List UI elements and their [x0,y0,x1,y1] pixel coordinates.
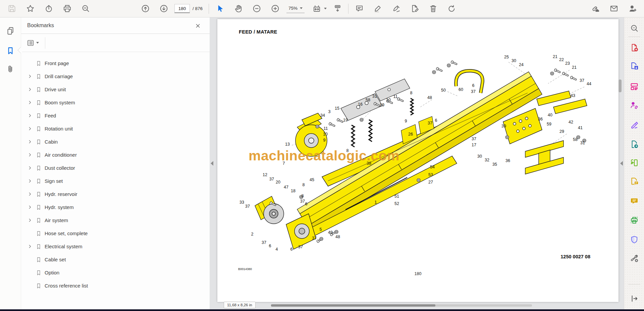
horizontal-scrollbar-thumb[interactable] [271,304,435,307]
chevron-down-icon[interactable] [324,8,327,9]
chevron-right-icon[interactable] [26,217,34,224]
search-button[interactable] [79,3,92,15]
part-number-label: 59 [547,122,551,126]
collapse-right-panel-arrow[interactable] [620,161,623,166]
part-number-label: 30 [512,58,516,63]
edit-page-button[interactable] [409,3,421,15]
find-tools-button[interactable] [629,23,640,34]
star-button[interactable] [24,3,36,15]
page-thumbnails-button[interactable] [4,25,16,37]
bookmark-item[interactable]: Dust collector [21,161,210,174]
chevron-right-icon[interactable] [26,243,34,250]
select-tool-button[interactable] [214,3,226,15]
bookmarks-panel-button[interactable] [4,45,16,57]
bookmark-item[interactable]: Electrical system [21,240,210,253]
zoom-in-button[interactable] [269,3,281,15]
part-number-label: 34 [320,113,325,118]
part-number-label: 6 [435,118,437,123]
more-tools-button[interactable] [629,253,640,264]
comment-tool-button[interactable] [353,3,365,15]
previous-page-button[interactable] [139,3,151,15]
highlight-tool-button[interactable] [372,3,384,15]
document-viewport[interactable]: FEED / MATARE machinecatalogic.com 25302… [210,17,624,309]
protect-button[interactable] [629,234,640,245]
part-number-label: 18 [291,189,296,193]
chevron-right-icon[interactable] [26,86,34,93]
expand-panel-icon [630,294,639,303]
bookmark-item[interactable]: Front page [21,57,210,70]
chevron-right-icon[interactable] [26,177,34,185]
sign-tool-button[interactable] [390,3,402,15]
bookmark-item[interactable]: Hydr. system [21,201,210,214]
chevron-right-icon[interactable] [26,204,34,211]
comments-button[interactable] [629,196,640,206]
vertical-scrollbar-thumb[interactable] [619,80,622,92]
bookmark-item[interactable]: Drill carriage [21,70,210,83]
bookmark-item[interactable]: Sign set [21,174,210,188]
bookmark-item[interactable]: Air system [21,214,210,227]
chevron-right-icon[interactable] [26,125,34,133]
hand-tool-button[interactable] [232,3,244,15]
part-number-label: 7 [283,161,285,166]
save-icon [7,4,16,13]
next-page-button[interactable] [158,3,170,15]
edit-pdf-button[interactable] [629,81,640,92]
bookmark-item[interactable]: Option [21,266,210,279]
upload-button[interactable] [43,3,55,15]
share-link-button[interactable] [589,3,601,15]
email-button[interactable] [608,3,620,15]
bookmark-item[interactable]: Cabin [21,135,210,148]
bookmark-item[interactable]: Hydr. reservoir [21,188,210,201]
bookmark-item[interactable]: Air conditioner [21,148,210,161]
part-number-label: 19 [343,118,348,122]
page-comment-button[interactable] [629,176,640,187]
send-pdf-button[interactable] [629,139,640,150]
bookmark-flag-icon [35,125,42,133]
export-pdf-button[interactable] [629,61,640,71]
page-number-input[interactable]: 180 [174,4,190,13]
close-icon [195,22,201,29]
bookmark-item[interactable]: Cross reference list [21,279,210,292]
bookmark-item[interactable]: Drive unit [21,83,210,96]
bookmark-item[interactable]: Feed [21,109,210,122]
part-number-label: 4 [276,247,278,252]
zoom-level-dropdown[interactable]: 75% [286,4,305,13]
bookmark-item[interactable]: Cable set [21,253,210,266]
part-number-label: 36 [505,158,510,163]
bookmark-options-button[interactable] [25,38,40,48]
bookmark-item[interactable]: Boom system [21,96,210,109]
request-signatures-button[interactable] [629,100,640,110]
attachments-button[interactable] [4,63,16,75]
expand-panel-button[interactable] [629,293,640,304]
edit-pdf-icon [630,82,639,91]
chevron-right-icon[interactable] [26,164,34,172]
chevron-right-icon[interactable] [26,73,34,80]
bookmark-item[interactable]: Rotation unit [21,122,210,135]
part-number-label: 8 [303,183,305,187]
part-number-label: 48 [427,95,432,100]
delete-page-button[interactable] [427,3,439,15]
bookmark-label: Rotation unit [45,126,73,132]
star-icon [26,4,35,13]
create-pdf-button[interactable] [629,42,640,53]
refresh-button[interactable] [445,3,458,15]
print-production-button[interactable] [629,215,640,225]
close-panel-button[interactable] [194,21,202,30]
collapse-left-panel-arrow[interactable] [211,161,213,166]
chevron-right-icon[interactable] [26,112,34,119]
chevron-right-icon[interactable] [26,138,34,146]
chevron-right-icon[interactable] [26,151,34,159]
add-user-button[interactable] [626,3,638,15]
horizontal-scrollbar[interactable] [271,304,532,307]
toolbar-divider [348,4,348,14]
scroll-mode-button[interactable] [331,3,343,15]
zoom-out-button[interactable] [251,3,263,15]
fit-width-button[interactable] [311,3,323,15]
fill-sign-button[interactable] [629,119,640,130]
bookmark-item[interactable]: Hose set, complete [21,227,210,240]
save-button[interactable] [6,3,18,15]
scan-ocr-button[interactable] [629,157,640,168]
chevron-right-icon[interactable] [26,99,34,106]
print-button[interactable] [61,3,73,15]
chevron-right-icon[interactable] [26,191,34,198]
